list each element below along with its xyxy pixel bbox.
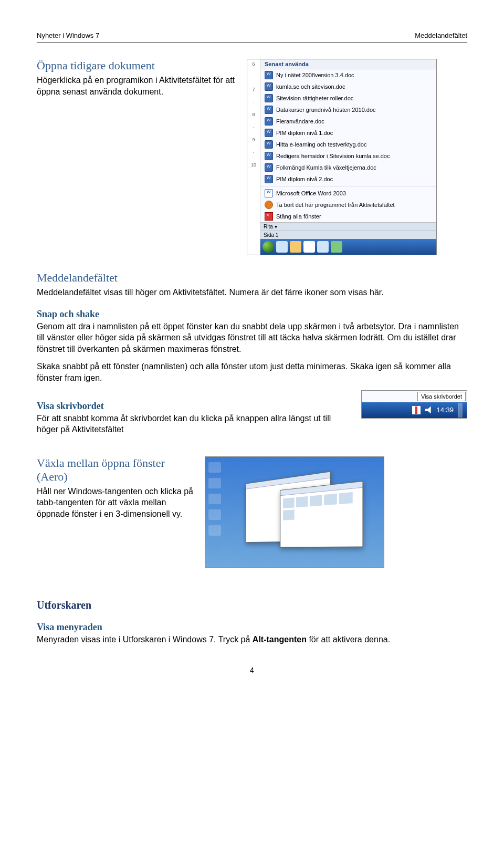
tray-clock[interactable]: 14:39 bbox=[436, 406, 454, 414]
jumplist-item[interactable]: Datakurser grundnivå hösten 2010.doc bbox=[260, 104, 436, 116]
jumplist-item[interactable]: Sitevision rättigheter roller.doc bbox=[260, 92, 436, 104]
jumplist-item[interactable]: PIM diplom nivå 1.doc bbox=[260, 127, 436, 139]
jumplist-header: Senast använda bbox=[260, 59, 436, 69]
jumplist-item[interactable]: Ny i nätet 2008version 3.4.doc bbox=[260, 69, 436, 81]
desktop-icon bbox=[208, 525, 221, 536]
jumplist-item[interactable]: Folkmängd Kumla tilk växeltjejerna.doc bbox=[260, 162, 436, 173]
jumplist-label: Fleranvändare.doc bbox=[276, 118, 324, 124]
screenshot-jumplist: 6·7·8·9·10 Senast använda Ny i nätet 200… bbox=[247, 59, 437, 255]
jumplist-label: Hitta e-learning och testverktyg.doc bbox=[276, 141, 366, 148]
doc-icon bbox=[265, 129, 273, 137]
doc-icon bbox=[265, 152, 273, 160]
paragraph: Genom att dra i namnlisten på ett öppet … bbox=[37, 321, 467, 355]
jumplist-item[interactable]: Fleranvändare.doc bbox=[260, 116, 436, 127]
header-rule bbox=[37, 43, 467, 43]
jumplist-label: Stäng alla fönster bbox=[276, 213, 321, 220]
jumplist-label: PIM diplom nivå 2.doc bbox=[276, 176, 333, 182]
jumplist-label: Redigera hemsidor i Sitevision kumla.se.… bbox=[276, 153, 390, 159]
heading-utforskaren: Utforskaren bbox=[37, 599, 467, 611]
tray-bar: 14:39 bbox=[362, 402, 467, 418]
desktop-icon bbox=[208, 509, 221, 520]
heading-aero: Växla mellan öppna fönster (Aero) bbox=[37, 456, 194, 484]
jumplist-item[interactable]: kumla.se och sitevison.doc bbox=[260, 81, 436, 92]
screenshot-tray: Visa skrivbordet 14:39 bbox=[361, 390, 467, 419]
speaker-icon[interactable] bbox=[425, 406, 432, 414]
desktop-icon bbox=[208, 478, 221, 488]
jumplist-label: Datakurser grundnivå hösten 2010.doc bbox=[276, 107, 376, 113]
jumplist-close-all[interactable]: Stäng alla fönster bbox=[260, 211, 436, 222]
aero-window bbox=[280, 481, 363, 548]
header-right: Meddelandefältet bbox=[415, 32, 467, 39]
desktop-icon bbox=[208, 494, 221, 504]
paragraph: Skaka snabbt på ett fönster (namnlisten)… bbox=[37, 361, 467, 383]
close-icon bbox=[265, 212, 273, 221]
ie-icon[interactable] bbox=[317, 241, 329, 253]
doc-icon bbox=[265, 117, 273, 126]
ie-icon[interactable] bbox=[276, 241, 288, 253]
paragraph: Håll ner Windows-tangenten och klicka på… bbox=[37, 486, 194, 520]
draw-button[interactable]: Rita bbox=[264, 224, 273, 229]
taskbar bbox=[260, 239, 436, 255]
bold-text: Alt-tangenten bbox=[253, 635, 307, 644]
jumplist-label: PIM diplom nivå 1.doc bbox=[276, 130, 333, 136]
word-taskbar-icon[interactable] bbox=[303, 241, 315, 253]
word-icon bbox=[265, 189, 273, 197]
text: för att aktivera denna. bbox=[307, 635, 390, 644]
jumplist-label: Ta bort det här programmet från Aktivite… bbox=[276, 202, 395, 208]
jumplist-item[interactable]: Hitta e-learning och testverktyg.doc bbox=[260, 139, 436, 150]
doc-icon bbox=[265, 163, 273, 172]
page-number: 4 bbox=[37, 666, 467, 674]
jumplist-label: Ny i nätet 2008version 3.4.doc bbox=[276, 72, 354, 78]
jumplist-unpin[interactable]: Ta bort det här programmet från Aktivite… bbox=[260, 199, 436, 211]
doc-icon bbox=[265, 94, 273, 102]
desktop-icon bbox=[208, 462, 221, 473]
jumplist-app[interactable]: Microsoft Office Word 2003 bbox=[260, 187, 436, 199]
paragraph: Menyraden visas inte i Utforskaren i Win… bbox=[37, 634, 467, 645]
header-left: Nyheter i Windows 7 bbox=[37, 32, 99, 39]
jumplist-label: Sitevision rättigheter roller.doc bbox=[276, 95, 353, 101]
jumplist-item[interactable]: PIM diplom nivå 2.doc bbox=[260, 173, 436, 185]
explorer-icon[interactable] bbox=[290, 241, 301, 253]
paragraph: Meddelandefältet visas till höger om Akt… bbox=[37, 287, 467, 298]
heading-visa-menyraden: Visa menyraden bbox=[37, 622, 467, 633]
excel-icon[interactable] bbox=[331, 241, 342, 253]
heading-snap-shake: Snap och shake bbox=[37, 309, 467, 320]
flag-icon[interactable] bbox=[412, 406, 421, 414]
doc-icon bbox=[265, 82, 273, 91]
paragraph: Högerklicka på en programikon i Aktivite… bbox=[37, 75, 236, 97]
doc-icon bbox=[265, 106, 273, 114]
heading-visa-skrivbordet: Visa skrivbordet bbox=[37, 401, 351, 412]
unpin-icon bbox=[265, 201, 273, 209]
jumplist-label: Microsoft Office Word 2003 bbox=[276, 190, 346, 196]
doc-icon bbox=[265, 140, 273, 149]
jumplist-item[interactable]: Redigera hemsidor i Sitevision kumla.se.… bbox=[260, 150, 436, 162]
tray-tooltip: Visa skrivbordet bbox=[417, 392, 466, 401]
heading-open-earlier-docs: Öppna tidigare dokument bbox=[37, 59, 236, 72]
jumplist-label: Folkmängd Kumla tilk växeltjejerna.doc bbox=[276, 164, 376, 171]
show-desktop-button[interactable] bbox=[458, 403, 463, 418]
jumplist-label: kumla.se och sitevison.doc bbox=[276, 84, 345, 90]
doc-icon bbox=[265, 175, 273, 183]
start-button-icon[interactable] bbox=[262, 241, 274, 253]
word-statusbar: Sida 1 bbox=[260, 231, 436, 239]
paragraph: För att snabbt komma åt skrivbordet kan … bbox=[37, 413, 351, 435]
heading-meddelandefaltet: Meddelandefältet bbox=[37, 271, 467, 285]
doc-icon bbox=[265, 71, 273, 79]
separator bbox=[260, 186, 436, 186]
text: Menyraden visas inte i Utforskaren i Win… bbox=[37, 635, 253, 644]
word-ruler: 6·7·8·9·10 bbox=[247, 59, 260, 255]
screenshot-aero-flip bbox=[205, 456, 384, 568]
